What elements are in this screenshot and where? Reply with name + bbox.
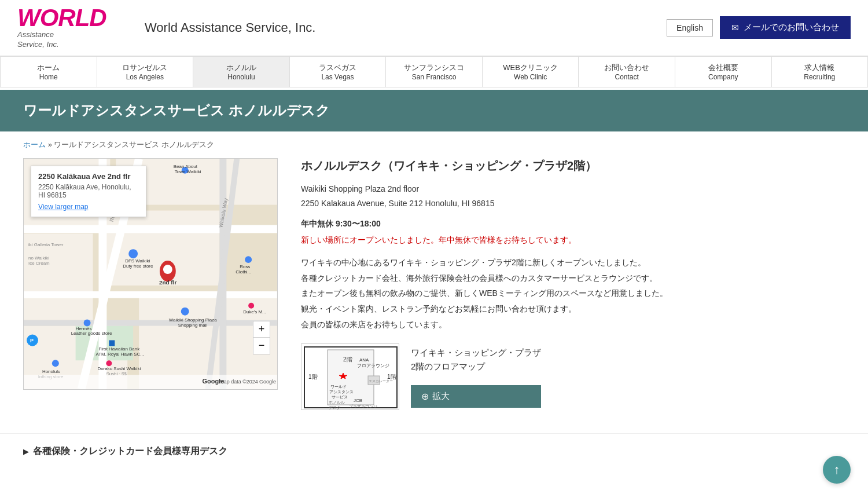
nav-item-home[interactable]: ホーム Home: [0, 57, 97, 87]
svg-text:ATM, Royal Hawn SC...: ATM, Royal Hawn SC...: [95, 352, 144, 357]
svg-text:Duty free store: Duty free store: [123, 264, 153, 269]
nav-item-honolulu[interactable]: ホノルル Honolulu: [193, 57, 290, 87]
floormap-caption: ワイキキ・ショッピング・プラザ 2階のフロアマップ: [411, 346, 541, 374]
breadcrumb: ホーム » ワールドアシスタンスサービス ホノルルデスク: [0, 131, 868, 158]
section-title: 各種保険・クレジットカード会員様専用デスク: [23, 445, 845, 458]
english-button[interactable]: English: [667, 19, 713, 36]
svg-text:Duke's M...: Duke's M...: [243, 309, 266, 314]
info-area: ホノルルデスク（ワイキキ・ショッピング・プラザ2階） Waikiki Shopp…: [301, 158, 845, 410]
svg-text:Clothi...: Clothi...: [236, 269, 251, 275]
address-block: Waikiki Shopping Plaza 2nd floor 2250 Ka…: [301, 182, 845, 211]
bottom-section: 各種保険・クレジットカード会員様専用デスク: [0, 433, 868, 469]
svg-text:Map data ©2024 Google: Map data ©2024 Google: [219, 379, 276, 385]
map-info-address: 2250 Kalākaua Ave, Honolulu, HI 96815: [38, 183, 139, 199]
svg-text:Ross: Ross: [240, 264, 250, 269]
map-area[interactable]: Royal Hawaiian Ave Waikolu Way Bean Abou…: [23, 158, 278, 390]
page-title: ワールドアシスタンスサービス ホノルルデスク: [23, 101, 845, 120]
svg-text:First Hawaiian Bank: First Hawaiian Bank: [98, 346, 139, 352]
svg-text:ホノルル: ホノルル: [329, 400, 345, 404]
header: WORLD Assistance Service, Inc. World Ass…: [0, 0, 868, 56]
svg-text:2階: 2階: [343, 356, 352, 363]
svg-text:Doraku Sushi Waikiki: Doraku Sushi Waikiki: [97, 366, 141, 371]
svg-text:デスク: デスク: [329, 405, 341, 409]
floormap-image: 1階 2階 ANA フロアラウンジ ワールド アシスタンス サービス ホノルル …: [301, 343, 399, 410]
header-right: English ✉ メールでのお問い合わせ: [667, 16, 851, 39]
main-content: Royal Hawaiian Ave Waikolu Way Bean Abou…: [0, 158, 868, 433]
svg-text:P: P: [30, 338, 34, 343]
svg-point-24: [163, 265, 172, 274]
svg-rect-10: [24, 320, 277, 326]
place-title: ホノルルデスク（ワイキキ・ショッピング・プラザ2階）: [301, 158, 845, 174]
zoom-in-button[interactable]: +: [253, 321, 270, 338]
svg-rect-9: [24, 291, 277, 298]
svg-text:Honolulu: Honolulu: [42, 369, 60, 374]
svg-text:no Waikiki: no Waikiki: [28, 255, 49, 261]
logo-area: WORLD Assistance Service, Inc.: [17, 6, 122, 50]
nav-item-las-vegas[interactable]: ラスベガス Las Vegas: [290, 57, 387, 87]
svg-point-41: [248, 303, 254, 309]
svg-text:Bean About: Bean About: [174, 164, 198, 169]
svg-text:ワールド: ワールド: [330, 385, 347, 389]
svg-text:DFS Waikiki: DFS Waikiki: [125, 258, 150, 264]
map-info-box: 2250 Kalākaua Ave 2nd flr 2250 Kalākaua …: [31, 166, 146, 217]
nav-item-company[interactable]: 会社概要 Company: [675, 57, 772, 87]
nav-item-recruiting[interactable]: 求人情報 Recruiting: [772, 57, 869, 87]
svg-text:Leather goods store: Leather goods store: [71, 331, 112, 336]
svg-rect-32: [109, 340, 115, 346]
svg-point-20: [128, 249, 138, 258]
svg-point-38: [245, 256, 252, 263]
map-zoom-controls: + −: [253, 321, 270, 354]
map-view-larger-link[interactable]: View larger map: [38, 203, 139, 211]
svg-text:Town Waikiki: Town Waikiki: [175, 169, 201, 174]
logo-sub: Assistance Service, Inc.: [17, 30, 59, 50]
svg-text:iki Galleria Tower: iki Galleria Tower: [28, 242, 64, 247]
magnify-icon: ⊕: [421, 391, 429, 402]
svg-point-48: [52, 360, 59, 367]
nav-item-san-francisco[interactable]: サンフランシスコ San Francisco: [386, 57, 483, 87]
svg-text:アシスタンス: アシスタンス: [329, 390, 354, 394]
email-icon: ✉: [731, 23, 739, 33]
nav-item-contact[interactable]: お問い合わせ Contact: [579, 57, 675, 87]
floormap-section: 1階 2階 ANA フロアラウンジ ワールド アシスタンス サービス ホノルル …: [301, 343, 845, 410]
contact-button[interactable]: ✉ メールでのお問い合わせ: [720, 16, 851, 39]
svg-text:プラザラウンジ: プラザラウンジ: [349, 404, 377, 409]
logo-world[interactable]: WORLD: [17, 6, 106, 30]
arrow-up-icon: ↑: [834, 462, 840, 469]
svg-text:1階: 1階: [308, 374, 318, 380]
zoom-out-button[interactable]: −: [253, 338, 270, 354]
breadcrumb-current: ワールドアシスタンスサービス ホノルルデスク: [54, 140, 214, 149]
notice-block: 新しい場所にオープンいたしました。年中無休で皆様をお待ちしています。: [301, 235, 845, 246]
svg-text:1階: 1階: [387, 374, 396, 380]
svg-rect-8: [24, 225, 277, 233]
map-info-title: 2250 Kalākaua Ave 2nd flr: [38, 172, 139, 181]
svg-text:Hermès: Hermès: [76, 326, 92, 331]
nav-item-los-angeles[interactable]: ロサンゼルス Los Angeles: [97, 57, 194, 87]
svg-text:Shopping mall: Shopping mall: [178, 322, 208, 327]
enlarge-button[interactable]: ⊕ 拡大: [411, 385, 541, 408]
svg-point-35: [106, 360, 112, 366]
svg-text:フロアラウンジ: フロアラウンジ: [357, 363, 389, 368]
page-banner: ワールドアシスタンスサービス ホノルルデスク: [0, 90, 868, 131]
svg-text:JCB: JCB: [354, 398, 362, 403]
hours-block: 年中無休 9:30〜18:00: [301, 219, 845, 229]
description-block: ワイキキの中心地にあるワイキキ・ショッピング・プラザ2階に新しくオープンいたしま…: [301, 255, 845, 332]
breadcrumb-home-link[interactable]: ホーム: [23, 140, 46, 149]
svg-text:2nd flr: 2nd flr: [159, 279, 176, 286]
main-navigation: ホーム Home ロサンゼルス Los Angeles ホノルル Honolul…: [0, 56, 868, 87]
svg-text:ANA: ANA: [359, 357, 369, 363]
site-title: World Assistance Service, Inc.: [133, 20, 655, 35]
breadcrumb-separator: »: [48, 140, 54, 149]
nav-item-web-clinic[interactable]: WEBクリニック Web Clinic: [483, 57, 579, 87]
svg-point-26: [181, 307, 189, 315]
svg-text:Ice Cream: Ice Cream: [28, 261, 50, 266]
svg-text:サービス: サービス: [332, 395, 348, 400]
svg-text:Waikiki Shopping Plaza: Waikiki Shopping Plaza: [169, 317, 217, 322]
